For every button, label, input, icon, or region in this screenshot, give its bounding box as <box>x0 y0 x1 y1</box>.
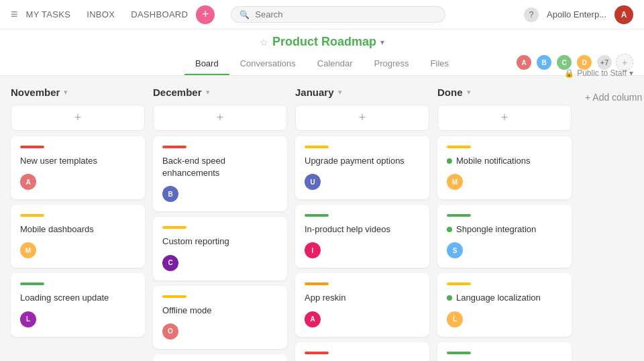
column-caret-december[interactable]: ▾ <box>206 88 210 97</box>
card-avatar: B <box>162 186 178 202</box>
project-caret-icon[interactable]: ▾ <box>380 38 384 47</box>
card-title: In-product help videos <box>305 223 420 236</box>
done-card-title-row: Shpongle integration <box>447 223 562 236</box>
add-column-button[interactable]: + Add column <box>580 87 644 108</box>
card-avatar: M <box>447 174 463 190</box>
search-bar[interactable]: 🔍 <box>231 6 445 23</box>
card-priority-bar <box>305 282 329 285</box>
tab-progress[interactable]: Progress <box>364 53 420 75</box>
card-priority-bar <box>305 214 329 217</box>
card-priority-bar <box>20 214 44 217</box>
card-title: Mobile notifications <box>456 155 531 167</box>
tab-board[interactable]: Board <box>184 53 229 75</box>
member-avatar-2: B <box>535 54 553 71</box>
card-priority-bar <box>20 282 44 285</box>
search-input[interactable] <box>255 9 437 19</box>
column-title-november: November <box>11 87 60 98</box>
column-january: January ▾ +Upgrade payment optionsUIn-pr… <box>295 87 429 361</box>
project-title: Product Roadmap <box>272 35 376 49</box>
column-title-january: January <box>295 87 334 98</box>
tab-files[interactable]: Files <box>420 53 460 75</box>
column-done: Done ▾ + Mobile notificationsM Shpongle … <box>437 87 572 361</box>
card[interactable]: Custom reportingC <box>153 217 287 280</box>
card[interactable]: App reskinA <box>295 273 429 336</box>
add-card-button-december[interactable]: + <box>153 105 287 131</box>
user-avatar[interactable]: A <box>614 5 633 24</box>
card-title: Back-end speed enhancements <box>162 155 278 179</box>
column-caret-done[interactable]: ▾ <box>467 88 471 97</box>
nav-links: MY TASKS INBOX DASHBOARD <box>26 9 189 19</box>
add-card-button-november[interactable]: + <box>11 105 145 131</box>
nav-dashboard[interactable]: DASHBOARD <box>131 9 188 19</box>
card-avatar: S <box>447 242 463 258</box>
card-priority-bar <box>447 352 471 354</box>
tab-conversations[interactable]: Conversations <box>229 53 307 75</box>
card-title: Loading screen update <box>20 292 136 304</box>
card-avatar: L <box>447 311 463 327</box>
column-caret-november[interactable]: ▾ <box>64 88 68 97</box>
status-dot <box>447 158 452 164</box>
add-card-button-january[interactable]: + <box>295 105 429 131</box>
member-avatar-1: A <box>515 54 533 71</box>
card[interactable]: Offline modeO <box>153 286 287 349</box>
card-avatar: L <box>20 311 36 327</box>
card-title: App reskin <box>305 292 420 304</box>
column-header-november: November ▾ <box>11 87 145 98</box>
nav-inbox[interactable]: INBOX <box>87 9 115 19</box>
status-dot <box>447 227 452 232</box>
card-priority-bar <box>20 146 44 148</box>
card-title: Custom reporting <box>162 236 278 248</box>
card[interactable]: Mobile dashboardsM <box>11 205 145 268</box>
search-icon: 🔍 <box>239 10 250 19</box>
top-navigation: ≡ MY TASKS INBOX DASHBOARD + 🔍 ? Apollo … <box>0 0 644 30</box>
tab-calendar[interactable]: Calendar <box>307 53 364 75</box>
privacy-row[interactable]: 🔒 Public to Staff ▾ <box>564 68 633 78</box>
card[interactable]: Shpongle integrationS <box>437 205 572 268</box>
card[interactable]: Back-end speed enhancementsB <box>153 136 287 211</box>
card-priority-bar <box>162 226 186 229</box>
card[interactable]: Language localizationL <box>437 273 572 336</box>
project-title-row: ☆ Product Roadmap ▾ <box>260 35 384 49</box>
card-title: Mobile dashboards <box>20 223 136 236</box>
column-title-december: December <box>153 87 202 98</box>
column-header-december: December ▾ <box>153 87 287 98</box>
nav-my-tasks[interactable]: MY TASKS <box>26 9 71 19</box>
column-header-done: Done ▾ <box>437 87 572 98</box>
card-title: Upgrade payment options <box>305 155 420 167</box>
card-priority-bar <box>305 352 329 354</box>
column-caret-january[interactable]: ▾ <box>338 88 342 97</box>
help-button[interactable]: ? <box>524 7 539 22</box>
card[interactable]: In-product help videosI <box>295 205 429 268</box>
card-avatar: A <box>305 311 321 327</box>
card[interactable]: New user templatesA <box>11 136 145 199</box>
star-icon[interactable]: ☆ <box>260 37 268 48</box>
card-priority-bar <box>447 282 471 285</box>
card-priority-bar <box>162 146 186 148</box>
hamburger-icon[interactable]: ≡ <box>11 7 18 21</box>
add-card-button-done[interactable]: + <box>437 105 572 131</box>
lock-icon: 🔒 <box>564 68 574 78</box>
add-task-button[interactable]: + <box>196 5 215 24</box>
company-name: Apollo Enterp... <box>547 9 606 19</box>
card-title: Language localization <box>456 292 541 304</box>
done-card-title-row: Mobile notifications <box>447 155 562 167</box>
done-card-title-row: Language localization <box>447 292 562 304</box>
status-dot <box>447 295 452 301</box>
card-avatar: U <box>305 174 321 190</box>
card-title: New user templates <box>20 155 136 167</box>
card[interactable]: Loading screen updateL <box>11 273 145 336</box>
card-priority-bar <box>447 214 471 217</box>
card[interactable]: Mobile notificationsM <box>437 136 572 199</box>
card-avatar: A <box>20 174 36 190</box>
privacy-label: Public to Staff <box>577 68 627 78</box>
card-priority-bar <box>447 146 471 148</box>
column-header-january: January ▾ <box>295 87 429 98</box>
card[interactable]: Upgrade payment optionsU <box>295 136 429 199</box>
card[interactable]: User community launchU <box>153 354 287 361</box>
card[interactable]: Reload time reduced by 75%R <box>295 342 429 361</box>
card[interactable]: New user training flowN <box>437 342 572 361</box>
column-december: December ▾ +Back-end speed enhancementsB… <box>153 87 287 361</box>
card-title: Shpongle integration <box>456 223 536 236</box>
project-tabs: Board Conversations Calendar Progress Fi… <box>184 53 460 75</box>
card-avatar: M <box>20 242 36 258</box>
